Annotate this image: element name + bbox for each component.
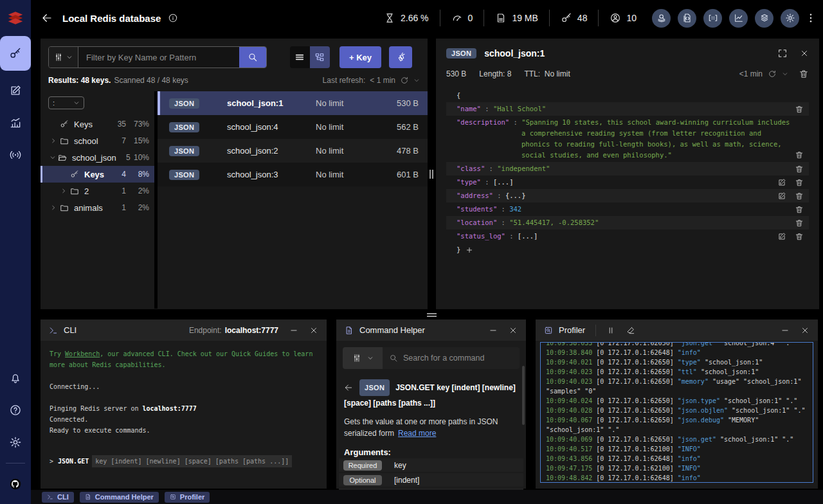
insights-button[interactable] xyxy=(652,9,671,28)
sidebar-item-analytics[interactable] xyxy=(0,107,31,139)
log-line: 10:09:40.067 [0 172.17.0.1:62650] "json.… xyxy=(546,415,808,435)
cli-prompt[interactable]: > JSON.GET key [indent] [newline] [space… xyxy=(50,455,318,467)
tree-item-animals[interactable]: animals 1 2% xyxy=(41,199,154,216)
key-name-title: school_json:1 xyxy=(484,48,545,59)
database-stats: 2.66 % 0 19 MB 48 10 xyxy=(384,10,637,26)
command-filter-dropdown[interactable] xyxy=(343,347,383,369)
json-row-name[interactable]: "name" : "Hall School" xyxy=(446,102,809,116)
refresh-icon[interactable] xyxy=(768,69,777,78)
tree-item-school-json[interactable]: school_json 5 10% xyxy=(41,149,154,166)
back-button[interactable] xyxy=(41,12,53,24)
chevron-down-icon[interactable] xyxy=(782,71,788,77)
tree-view-icon xyxy=(314,52,325,62)
sidebar-item-pubsub[interactable] xyxy=(0,139,31,171)
detail-refresh-value: <1 min xyxy=(739,69,763,78)
sidebar-item-browser[interactable] xyxy=(0,36,31,71)
minimize-icon[interactable] xyxy=(289,326,298,335)
ttl-label: TTL: xyxy=(524,69,540,78)
list-view-button[interactable] xyxy=(290,46,310,68)
notifications-button[interactable] xyxy=(0,362,31,394)
key-icon xyxy=(9,47,22,60)
sidebar-item-workbench[interactable] xyxy=(0,75,31,107)
command-helper-panel: Command Helper JSONJSON.GET key [indent]… xyxy=(336,320,526,489)
delimiter-dropdown[interactable]: : xyxy=(48,96,84,109)
minimize-icon[interactable] xyxy=(781,326,790,335)
delete-key-icon[interactable] xyxy=(799,69,809,79)
cli-output[interactable]: Try Workbench, our advanced CLI. Check o… xyxy=(41,341,327,475)
add-field-button[interactable] xyxy=(466,246,473,254)
delete-row-icon[interactable] xyxy=(795,192,804,201)
edit-row-icon[interactable] xyxy=(777,192,786,201)
chevron-down-icon[interactable] xyxy=(413,77,420,84)
bulk-actions-button[interactable] xyxy=(389,46,412,68)
overflow-menu-button[interactable] xyxy=(805,12,817,24)
key-row[interactable]: JSON school_json:3 No limit 601 B xyxy=(158,163,428,186)
json-row-address[interactable]: "address" : {...} xyxy=(446,189,809,203)
github-link[interactable] xyxy=(0,468,31,500)
delete-row-icon[interactable] xyxy=(795,105,804,114)
key-row[interactable]: JSON school_json:2 No limit 478 B xyxy=(158,139,428,163)
edit-row-icon[interactable] xyxy=(777,178,786,187)
delete-row-icon[interactable] xyxy=(795,232,804,241)
statusbar-cli-button[interactable]: CLI xyxy=(42,492,74,503)
delete-row-icon[interactable] xyxy=(795,165,804,174)
delete-row-icon[interactable] xyxy=(795,205,804,214)
json-row-class[interactable]: "class" : "independent" xyxy=(446,162,809,176)
json-row-type[interactable]: "type" : [...] xyxy=(446,176,809,189)
stat-memory-value: 19 MB xyxy=(512,13,538,23)
tree-view-button[interactable] xyxy=(310,46,330,68)
sidebar-divider xyxy=(6,463,25,464)
edit-row-icon[interactable] xyxy=(777,232,786,241)
stack-button[interactable] xyxy=(755,9,773,28)
json-row-students[interactable]: "students" : 342 xyxy=(446,203,809,216)
minimize-icon[interactable] xyxy=(489,326,498,335)
fullscreen-icon[interactable] xyxy=(777,48,788,59)
statusbar-command-helper-button[interactable]: Command Helper xyxy=(80,492,159,503)
json-row-description[interactable]: "description" : "Spanning 10 states, thi… xyxy=(446,116,809,162)
analytics-tools-button[interactable] xyxy=(729,9,748,28)
commands-button[interactable] xyxy=(703,9,722,28)
keypad-icon xyxy=(708,13,718,23)
close-icon[interactable] xyxy=(309,326,318,335)
settings-top-button[interactable] xyxy=(781,9,799,28)
workbench-link[interactable]: Workbench xyxy=(65,350,100,357)
statusbar-profiler-button[interactable]: Profiler xyxy=(165,492,210,503)
pause-icon[interactable] xyxy=(606,326,615,335)
back-icon[interactable] xyxy=(344,383,353,392)
refresh-icon[interactable] xyxy=(400,76,409,85)
tree-item-2[interactable]: 2 1 2% xyxy=(41,183,154,199)
key-icon xyxy=(70,170,79,179)
add-key-button[interactable]: + Key xyxy=(339,46,381,68)
search-button[interactable] xyxy=(239,47,266,68)
tree-item-school[interactable]: school 7 15% xyxy=(41,132,154,149)
panel-resize-handle-vertical[interactable] xyxy=(430,170,433,179)
help-button[interactable] xyxy=(0,394,31,426)
tree-item-school-json-keys[interactable]: Keys 4 8% xyxy=(41,166,154,183)
clear-icon[interactable] xyxy=(626,326,635,335)
tree-item-keys-root[interactable]: Keys 35 73% xyxy=(41,116,154,132)
sliders-icon xyxy=(54,53,63,62)
command-search-input[interactable] xyxy=(403,354,513,363)
docs-button[interactable] xyxy=(678,9,696,28)
key-browser-panel: + Key Results: 48 keys. Scanned 48 / 48 … xyxy=(41,39,428,309)
profiler-log[interactable]: 10:09:38.033 [0 172.17.0.1:62650] "json.… xyxy=(540,342,813,483)
key-row[interactable]: JSON school_json:4 No limit 562 B xyxy=(158,115,428,139)
json-row-status-log[interactable]: "status_log" : [...] xyxy=(446,230,809,243)
key-icon xyxy=(561,12,572,24)
close-icon[interactable] xyxy=(800,326,809,335)
filter-type-dropdown[interactable] xyxy=(49,47,78,68)
scrollbar-thumb[interactable] xyxy=(522,366,525,425)
close-icon[interactable] xyxy=(800,49,809,58)
delete-row-icon[interactable] xyxy=(795,219,804,228)
info-icon[interactable] xyxy=(168,13,178,23)
cli-typed-command: JSON.GET xyxy=(58,456,89,467)
delete-row-icon[interactable] xyxy=(795,178,804,187)
key-filter-input[interactable] xyxy=(78,47,239,68)
delete-row-icon[interactable] xyxy=(795,150,804,159)
settings-button[interactable] xyxy=(0,426,31,458)
key-row[interactable]: JSON school_json:1 No limit 530 B xyxy=(158,91,428,115)
panel-resize-handle-horizontal[interactable] xyxy=(427,313,437,317)
close-icon[interactable] xyxy=(509,326,518,335)
json-row-location[interactable]: "location" : "51.445417, -0.258352" xyxy=(446,216,809,230)
read-more-link[interactable]: Read more xyxy=(398,429,436,438)
